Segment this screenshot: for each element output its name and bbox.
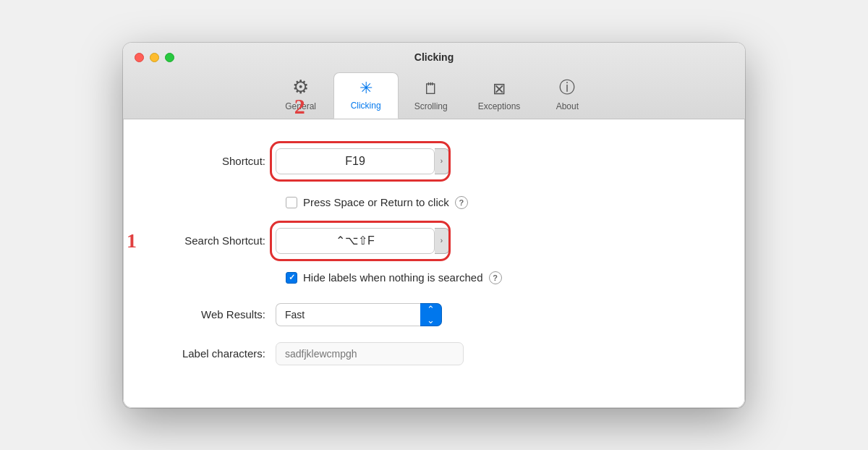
content-area: Shortcut: › Press Space or Return to cli…: [123, 119, 745, 408]
shortcut-input[interactable]: [276, 148, 435, 174]
tab-general-label: General: [285, 101, 316, 111]
hide-labels-label: Hide labels when nothing is searched: [303, 271, 483, 284]
tab-about[interactable]: ⓘ About: [535, 71, 600, 119]
web-results-label: Web Results:: [153, 308, 276, 320]
web-results-row: Web Results: ⌃⌄: [153, 303, 715, 326]
hide-labels-row: Hide labels when nothing is searched ?: [286, 271, 715, 284]
press-space-row: Press Space or Return to click ?: [286, 196, 715, 209]
minimize-button[interactable]: [150, 53, 159, 62]
web-results-input[interactable]: [276, 303, 420, 326]
tab-exceptions-label: Exceptions: [478, 101, 521, 111]
press-space-help[interactable]: ?: [455, 196, 468, 209]
label-chars-row: Label characters:: [153, 342, 715, 365]
about-icon: ⓘ: [559, 77, 575, 98]
web-results-arrow-btn[interactable]: ⌃⌄: [420, 303, 442, 326]
maximize-button[interactable]: [165, 53, 174, 62]
tab-about-label: About: [556, 101, 579, 111]
tab-clicking[interactable]: ✳ Clicking: [333, 72, 399, 119]
close-button[interactable]: [135, 53, 144, 62]
web-results-wrapper: ⌃⌄: [276, 303, 442, 326]
tab-scrolling-label: Scrolling: [414, 101, 448, 111]
traffic-lights: [135, 53, 174, 62]
tab-scrolling[interactable]: 🗒 Scrolling: [399, 74, 464, 119]
shortcut-row: Shortcut: ›: [153, 148, 715, 174]
press-space-checkbox[interactable]: [286, 197, 297, 208]
search-shortcut-arrow-btn[interactable]: ›: [435, 228, 449, 254]
hide-labels-checkbox[interactable]: [286, 272, 297, 284]
label-chars-label: Label characters:: [153, 347, 276, 360]
gear-icon: ⚙: [292, 76, 309, 98]
search-shortcut-row: 1 Search Shortcut: ›: [153, 228, 715, 254]
search-shortcut-label: Search Shortcut:: [153, 234, 276, 247]
window-title: Clicking: [414, 51, 454, 63]
shortcut-label: Shortcut:: [153, 155, 276, 167]
badge-1: 1: [127, 229, 137, 252]
tab-general[interactable]: ⚙ General 2: [268, 70, 333, 119]
shortcut-arrow-btn[interactable]: ›: [435, 148, 449, 174]
search-shortcut-input[interactable]: [276, 228, 435, 254]
titlebar: Clicking ⚙ General 2 ✳ Clicking 🗒 Scroll…: [123, 43, 745, 119]
hide-labels-wrapper: Hide labels when nothing is searched: [286, 271, 483, 284]
search-shortcut-wrapper: ›: [276, 228, 449, 254]
scrolling-icon: 🗒: [423, 80, 439, 98]
press-space-label: Press Space or Return to click: [303, 196, 449, 208]
press-space-wrapper: Press Space or Return to click: [286, 196, 449, 208]
shortcut-wrapper: ›: [276, 148, 449, 174]
toolbar: ⚙ General 2 ✳ Clicking 🗒 Scrolling ⊠ Exc…: [268, 70, 600, 119]
clicking-icon: ✳: [359, 79, 373, 98]
app-window: Clicking ⚙ General 2 ✳ Clicking 🗒 Scroll…: [123, 43, 745, 408]
tab-exceptions[interactable]: ⊠ Exceptions: [464, 74, 535, 119]
hide-labels-help[interactable]: ?: [489, 271, 502, 284]
label-chars-input[interactable]: [276, 342, 464, 365]
tab-clicking-label: Clicking: [351, 101, 381, 111]
exceptions-icon: ⊠: [493, 80, 506, 98]
